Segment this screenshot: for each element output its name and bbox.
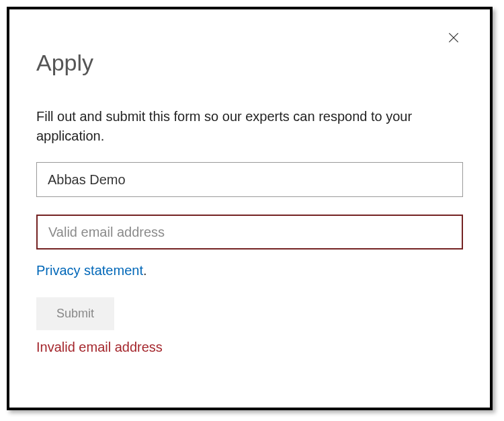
- dialog-title: Apply: [36, 50, 463, 76]
- privacy-period: .: [143, 263, 147, 278]
- close-button[interactable]: [444, 28, 463, 49]
- apply-dialog: Apply Fill out and submit this form so o…: [7, 7, 493, 410]
- privacy-line: Privacy statement.: [36, 263, 463, 278]
- name-input[interactable]: [36, 162, 463, 197]
- privacy-statement-link[interactable]: Privacy statement: [36, 263, 143, 278]
- dialog-description: Fill out and submit this form so our exp…: [36, 107, 463, 146]
- close-icon: [447, 36, 460, 46]
- error-message: Invalid email address: [36, 340, 463, 355]
- email-input[interactable]: [36, 215, 463, 250]
- submit-button[interactable]: Submit: [36, 297, 114, 330]
